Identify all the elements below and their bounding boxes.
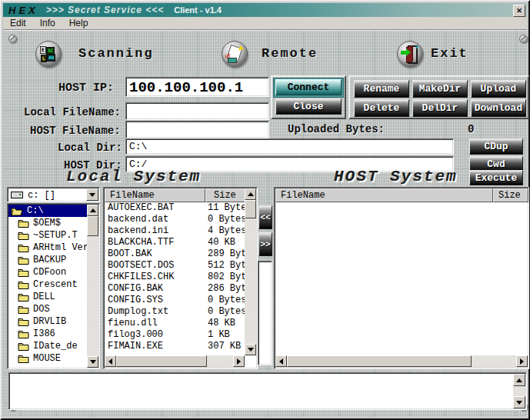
local-filename-header[interactable]: FileName — [105, 188, 205, 202]
delete-button[interactable]: Delete — [354, 99, 409, 117]
file-row[interactable]: CHKFILES.CHK802 Bytes — [105, 272, 245, 283]
file-row[interactable]: backend.ini4 Bytes — [105, 225, 245, 237]
cwd-button[interactable]: Cwd — [469, 156, 523, 172]
local-list-vscrollbar[interactable] — [245, 188, 256, 355]
scanning-button[interactable]: ESCLAN — [35, 41, 62, 67]
scroll-thumb[interactable] — [87, 216, 98, 236]
scroll-left-button[interactable] — [105, 355, 116, 367]
title-bar[interactable]: HEX >>> Secret Service <<< Client - v1.4… — [3, 3, 527, 17]
makedir-button[interactable]: MakeDir — [412, 80, 468, 98]
secret-service-client-window: HEX >>> Secret Service <<< Client - v1.4… — [0, 0, 530, 420]
upload-button[interactable]: Upload — [471, 80, 526, 98]
tree-item[interactable]: CDFoon — [8, 266, 87, 278]
scroll-down-button[interactable] — [513, 396, 525, 408]
host-size-header[interactable]: Size — [493, 188, 528, 202]
copy-to-host-button[interactable]: >> — [258, 232, 272, 256]
host-ip-label: HOST IP: — [58, 82, 114, 95]
tree-item[interactable]: DRVLIB — [8, 315, 87, 328]
copy-to-local-button[interactable]: << — [258, 205, 272, 229]
folder-name: $OEM$ — [33, 218, 61, 228]
scroll-right-button[interactable] — [233, 355, 245, 367]
file-name-cell: backend.dat — [105, 214, 208, 225]
local-filename-label: Local FileName: — [24, 106, 121, 118]
uploaded-bytes-value: 0 — [468, 123, 474, 135]
scroll-down-button[interactable] — [245, 344, 256, 355]
folder-tree[interactable]: C:\$OEM$~SETUP.TARHtml VerBACKUPCDFoonCr… — [7, 203, 100, 369]
remote-button[interactable]: ↺ — [222, 41, 248, 67]
scroll-down-button[interactable] — [87, 356, 98, 368]
file-row[interactable]: AUTOEXEC.BAT11 Bytes — [105, 202, 245, 214]
file-name-cell: AUTOEXEC.BAT — [105, 202, 208, 214]
local-list-hscrollbar[interactable] — [105, 355, 245, 368]
scroll-up-button[interactable] — [513, 374, 525, 386]
file-row[interactable]: BOOT.BAK289 Bytes — [105, 248, 245, 260]
local-dir-label: Local Dir: — [58, 142, 122, 154]
local-filename-input[interactable] — [125, 102, 269, 120]
menu-item-info[interactable]: Info — [33, 18, 62, 28]
local-dir-input[interactable]: C:\ — [125, 138, 454, 155]
file-row[interactable]: fienu.dll48 KB — [105, 318, 245, 329]
file-row[interactable]: CONFIG.SYS0 Bytes — [105, 295, 245, 306]
file-size-cell: 286 Bytes — [208, 283, 245, 295]
close-button[interactable]: ✕ — [513, 5, 525, 17]
local-size-header[interactable]: Size — [205, 188, 245, 202]
tree-item[interactable]: C:\ — [8, 205, 87, 217]
host-ip-input[interactable]: 100.100.100.1 — [125, 77, 269, 97]
actions-grid: RenameMakeDirUploadDeleteDelDirDownload — [354, 80, 525, 115]
execute-button[interactable]: Execute — [469, 170, 523, 185]
close-connection-button[interactable]: Close — [275, 98, 342, 115]
menu-item-edit[interactable]: Edit — [3, 18, 33, 28]
scroll-up-button[interactable] — [87, 205, 98, 216]
download-button[interactable]: Download — [471, 99, 526, 117]
tree-item[interactable]: DOS — [8, 303, 87, 315]
log-output[interactable] — [8, 372, 527, 410]
drive-selector[interactable]: c: [] — [7, 187, 100, 202]
scroll-up-button[interactable] — [245, 188, 256, 200]
tree-item[interactable]: I386 — [8, 328, 87, 340]
scroll-thumb[interactable] — [116, 355, 207, 367]
file-name-cell: fienu.dll — [105, 318, 208, 329]
file-row[interactable]: CONFIG.BAK286 Bytes — [105, 283, 245, 295]
remote-label[interactable]: Remote — [262, 46, 318, 61]
deldir-button[interactable]: DelDir — [412, 99, 468, 117]
file-row[interactable]: BOOTSECT.DOS512 Bytes — [105, 260, 245, 272]
scan-icon: ESCLAN — [40, 46, 57, 62]
scroll-left-button[interactable] — [275, 355, 287, 367]
drive-dropdown-button[interactable] — [86, 188, 98, 201]
log-scrollbar[interactable] — [513, 374, 525, 408]
host-file-list[interactable]: FileName Size — [274, 187, 529, 369]
file-row[interactable]: filog3.0001 KB — [105, 329, 245, 341]
menu-item-help[interactable]: Help — [62, 18, 95, 28]
tree-item[interactable]: Crescent — [8, 278, 87, 291]
tree-item[interactable]: ARHtml Ver — [8, 242, 87, 254]
file-name-cell: filog3.000 — [105, 329, 208, 341]
connect-button[interactable]: Connect — [275, 79, 342, 95]
scroll-thumb[interactable] — [245, 200, 256, 218]
folder-name: ~SETUP.T — [33, 230, 78, 241]
file-row[interactable]: BLACKCHA.TTF40 KB — [105, 237, 245, 248]
file-row[interactable]: Dumplog.txt0 Bytes — [105, 306, 245, 318]
local-file-list[interactable]: FileName Size AUTOEXEC.BAT11 Bytesbacken… — [103, 187, 258, 369]
tree-item[interactable]: DELL — [8, 291, 87, 303]
scroll-thumb[interactable] — [287, 355, 472, 367]
tree-item[interactable]: BACKUP — [8, 254, 87, 266]
host-filename-header[interactable]: FileName — [275, 188, 493, 202]
folder-name: MOUSE — [33, 353, 61, 364]
exit-label[interactable]: Exit — [431, 46, 468, 61]
file-row[interactable]: FIMAIN.EXE307 KB — [105, 341, 245, 352]
host-system-title: HOST System — [334, 168, 458, 185]
tree-item[interactable]: $OEM$ — [8, 217, 87, 229]
host-list-hscrollbar[interactable] — [275, 355, 528, 368]
cdup-button[interactable]: CDup — [469, 138, 523, 155]
host-filename-input[interactable] — [125, 121, 269, 138]
file-row[interactable]: backend.dat0 Bytes — [105, 214, 245, 225]
exit-button[interactable]: ✳ — [397, 41, 423, 67]
scroll-right-button[interactable] — [516, 355, 528, 367]
file-size-cell: 802 Bytes — [208, 272, 245, 283]
scanning-label[interactable]: Scanning — [78, 46, 154, 61]
rename-button[interactable]: Rename — [354, 80, 409, 98]
tree-item[interactable]: MOUSE — [8, 352, 87, 365]
tree-item[interactable]: IDate_de — [8, 340, 87, 352]
tree-item[interactable]: ~SETUP.T — [8, 229, 87, 242]
folder-tree-scrollbar[interactable] — [87, 205, 98, 368]
